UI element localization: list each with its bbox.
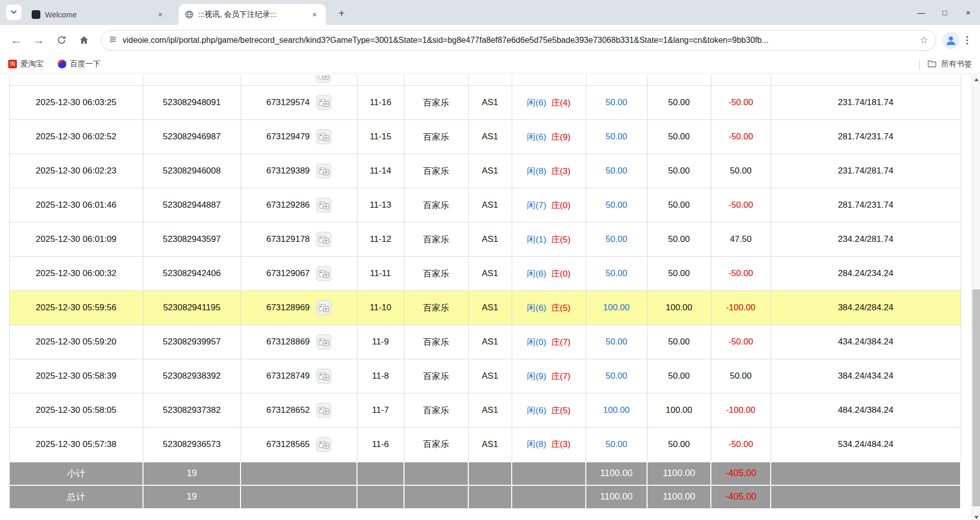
cell-balance: 234.24/281.74 <box>771 222 961 257</box>
dice-icon[interactable] <box>316 163 331 179</box>
cell-win-loss: 47.50 <box>711 222 771 257</box>
bookmark-label: 爱淘宝 <box>20 59 43 69</box>
bet-id: 523082937382 <box>163 405 221 415</box>
cell-bet-amount: 50.00 <box>586 188 647 222</box>
game-type: 百家乐 <box>423 201 449 210</box>
tab-search-button[interactable] <box>6 5 21 20</box>
cell-balance: 281.74/231.74 <box>771 120 961 154</box>
dice-icon[interactable] <box>316 75 331 78</box>
dice-icon[interactable] <box>316 368 331 384</box>
table-number: AS1 <box>482 405 498 415</box>
cell-bet-amount: 50.00 <box>586 325 647 359</box>
home-button[interactable] <box>74 30 94 51</box>
footer-empty-cell <box>512 462 586 485</box>
footer-empty-cell <box>357 485 404 509</box>
cell-table-no: AS1 <box>468 86 512 120</box>
game-number: 673129479 <box>266 132 309 142</box>
bet-amount: 50.00 <box>606 234 628 244</box>
dice-icon[interactable] <box>316 197 331 213</box>
cell-valid-amount: 50.00 <box>647 359 711 393</box>
balance: 281.74/231.74 <box>838 132 894 141</box>
round-number: 11-6 <box>372 439 389 449</box>
player-result: 闲(7) <box>527 201 546 210</box>
win-loss: 47.50 <box>730 234 752 244</box>
address-bar[interactable]: videoie.com/ipl/portal.php/game/betrecor… <box>101 30 936 51</box>
cell-win-loss: -50.00 <box>711 120 771 154</box>
cell-result: 闲(6) 庄(5) <box>512 393 586 428</box>
cell-game-no: 673128749 <box>241 359 357 393</box>
table-number: AS1 <box>482 371 498 381</box>
total-label: 总计 <box>9 485 143 509</box>
chevron-down-icon <box>11 10 17 14</box>
cell-result: 闲(6) 庄(0) <box>512 257 586 291</box>
dice-icon[interactable] <box>316 95 331 110</box>
banker-result: 庄(5) <box>551 406 570 415</box>
tab-close-icon[interactable]: × <box>309 10 320 20</box>
banker-result: 庄(3) <box>551 166 570 176</box>
dice-icon[interactable] <box>316 334 331 350</box>
maximize-button[interactable]: □ <box>933 0 957 25</box>
bet-records-table: 2025-12-30 06:03:25 523082948091 6731295… <box>9 75 961 509</box>
cell-balance: 284.24/234.24 <box>771 257 961 291</box>
site-info-icon[interactable] <box>109 35 117 45</box>
cell-bet-id: 523082937382 <box>143 393 241 428</box>
subtotal-win-loss: -405.00 <box>711 462 771 485</box>
tab-bet-records[interactable]: :::视讯, 会员下注纪录::: × <box>179 4 326 25</box>
round-number: 11-14 <box>370 166 391 176</box>
player-result: 闲(8) <box>527 166 546 176</box>
balance: 281.74/231.74 <box>838 200 894 210</box>
cell-bet-amount: 50.00 <box>586 359 647 393</box>
dice-icon[interactable] <box>316 129 331 144</box>
dice-icon[interactable] <box>316 300 331 315</box>
cell-bet-time: 2025-12-30 05:59:56 <box>9 291 143 325</box>
banker-result: 庄(4) <box>551 98 570 108</box>
dice-icon[interactable] <box>316 266 331 281</box>
bet-time: 2025-12-30 06:03:25 <box>36 97 116 107</box>
bookmark-baidu[interactable]: 百度一下 <box>58 59 101 69</box>
cell-result: 闲(8) 庄(3) <box>512 154 586 188</box>
cell-game-type: 百家乐 <box>404 120 468 154</box>
tab-close-icon[interactable]: × <box>155 10 165 20</box>
valid-amount: 50.00 <box>668 234 690 244</box>
window-close-button[interactable]: × <box>957 0 980 25</box>
reload-button[interactable] <box>51 30 71 51</box>
dice-icon[interactable] <box>316 232 331 247</box>
valid-amount: 50.00 <box>668 268 690 278</box>
table-number: AS1 <box>482 268 498 278</box>
cell-valid-amount: 50.00 <box>647 120 711 154</box>
profile-avatar[interactable] <box>942 32 960 49</box>
game-number: 673129067 <box>266 268 309 279</box>
cell-valid-amount: 50.00 <box>647 154 711 188</box>
player-result: 闲(6) <box>527 406 546 415</box>
cell-bet-time: 2025-12-30 05:59:20 <box>9 325 143 359</box>
scrollbar-thumb[interactable] <box>972 289 980 506</box>
all-bookmarks[interactable]: 所有书签 <box>919 59 972 69</box>
dice-icon[interactable] <box>316 403 331 418</box>
bookmark-aitaobao[interactable]: 淘 爱淘宝 <box>8 59 43 69</box>
cell-win-loss: -100.00 <box>711 291 771 325</box>
menu-icon[interactable] <box>960 30 975 51</box>
back-button[interactable]: ← <box>6 30 27 51</box>
scroll-up-icon[interactable] <box>972 75 980 84</box>
cell-game-type: 百家乐 <box>404 257 468 291</box>
tab-welcome[interactable]: Welcome × <box>26 4 172 25</box>
cell-result: 闲(0) 庄(7) <box>512 325 586 359</box>
cell-round: 11-15 <box>357 120 404 154</box>
scrollbar[interactable] <box>971 75 980 520</box>
scroll-down-icon[interactable] <box>972 513 980 520</box>
footer-empty-cell <box>241 462 357 485</box>
cell-bet-id: 523082946987 <box>143 120 241 154</box>
cell-game-type: 百家乐 <box>404 393 468 428</box>
dice-icon[interactable] <box>316 437 331 452</box>
minimize-button[interactable]: — <box>910 0 933 25</box>
win-loss: -50.00 <box>728 132 753 141</box>
bet-time: 2025-12-30 05:58:05 <box>36 405 116 415</box>
valid-amount: 50.00 <box>668 439 690 449</box>
subtotal-row: 小计 19 1100.00 1100.00 -405.00 <box>9 462 961 485</box>
bookmark-star-icon[interactable]: ☆ <box>920 34 928 46</box>
cell-valid-amount: 50.00 <box>647 257 711 291</box>
url-text[interactable]: videoie.com/ipl/portal.php/game/betrecor… <box>123 36 914 45</box>
bet-id: 523082939957 <box>163 337 221 346</box>
new-tab-button[interactable]: + <box>334 6 349 21</box>
forward-button[interactable]: → <box>29 30 49 51</box>
